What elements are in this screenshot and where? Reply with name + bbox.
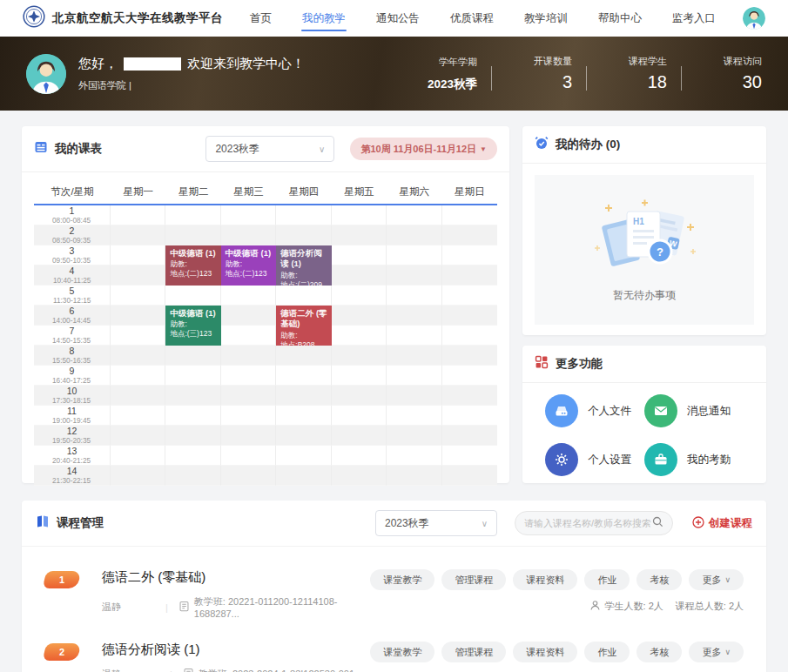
- grid-icon: [535, 355, 549, 373]
- banner-avatar: [26, 54, 66, 94]
- more-actions-button[interactable]: 更多∨: [689, 569, 744, 590]
- user-avatar[interactable]: [743, 7, 765, 30]
- period-cell: 410:40-11:25: [34, 265, 111, 286]
- course-block[interactable]: 德语二外 (零基础)助教:地点:B208: [276, 306, 331, 346]
- day-cell: [387, 406, 441, 426]
- more-function-item[interactable]: 个人文件: [545, 394, 644, 427]
- day-cell: [276, 366, 331, 386]
- document-icon: [183, 668, 194, 672]
- nav-item[interactable]: 监考入口: [671, 0, 717, 37]
- redacted-name-block: [124, 57, 181, 71]
- day-cell: [332, 326, 387, 346]
- more-function-item[interactable]: 消息通知: [644, 394, 744, 427]
- day-cell: [442, 386, 497, 406]
- timetable-grid: 节次/星期星期一星期二星期三星期四星期五星期六星期日108:00-08:4520…: [34, 179, 497, 486]
- gear-icon: [545, 443, 578, 476]
- more-actions-button[interactable]: 更多∨: [689, 642, 744, 662]
- day-cell: [221, 446, 276, 466]
- nav-item[interactable]: 帮助中心: [597, 0, 643, 37]
- welcome-banner: 您好， 欢迎来到教学中心！ 外国语学院 | 学年学期 2023秋季 开课数量 3…: [0, 37, 788, 111]
- day-cell: [165, 406, 220, 426]
- mail-icon: [644, 394, 677, 427]
- action-button[interactable]: 课堂教学: [370, 569, 434, 590]
- course-students: 学生人数: 2人: [605, 600, 663, 613]
- stat-label: 学年学期: [411, 56, 477, 69]
- action-button[interactable]: 作业: [584, 569, 630, 590]
- day-cell: [276, 406, 331, 426]
- create-course-button[interactable]: 创建课程: [692, 516, 752, 531]
- nav-item[interactable]: 我的教学: [301, 0, 347, 37]
- day-cell: [165, 286, 220, 306]
- week-badge[interactable]: 第10周 11月06日-11月12日 ▼: [350, 138, 497, 160]
- stat-separator: [491, 66, 492, 91]
- action-button[interactable]: 管理课程: [441, 642, 506, 662]
- more-functions-card: 更多功能 个人文件 消息通知 个人设置 我的考勤: [522, 346, 766, 483]
- more-function-item[interactable]: 个人设置: [545, 443, 644, 476]
- courses-term-select[interactable]: 2023秋季 ∨: [375, 510, 497, 536]
- period-cell: 614:00-14:45: [34, 306, 111, 326]
- day-cell: [442, 306, 497, 326]
- period-cell: 511:30-12:15: [34, 286, 111, 306]
- day-cell: [276, 346, 331, 366]
- more-function-item[interactable]: 我的考勤: [644, 443, 744, 476]
- chevron-down-icon: ∨: [724, 575, 731, 584]
- plus-circle-icon: [692, 516, 704, 531]
- action-button[interactable]: 考核: [636, 569, 682, 590]
- day-cell: [165, 386, 220, 406]
- nav-item[interactable]: 优质课程: [449, 0, 495, 37]
- book-icon: [36, 514, 50, 532]
- stat-value: 18: [601, 72, 667, 92]
- day-cell: [332, 366, 387, 386]
- day-cell: [332, 205, 387, 225]
- action-button[interactable]: 管理课程: [441, 569, 506, 590]
- period-cell: 208:50-09:35: [34, 225, 111, 245]
- more-function-label: 我的考勤: [687, 453, 731, 467]
- action-button[interactable]: 课程资料: [513, 569, 577, 590]
- course-actions: 课堂教学管理课程课程资料作业考核更多∨: [370, 642, 744, 662]
- nav-item[interactable]: 教学培训: [523, 0, 569, 37]
- course-class-code: 教学班: 20221-011200-12114108-1688287...: [194, 595, 371, 619]
- more-grid: 个人文件 消息通知 个人设置 我的考勤: [522, 383, 766, 483]
- day-cell: [276, 466, 331, 486]
- column-header: 星期六: [387, 179, 441, 205]
- svg-text:H1: H1: [633, 217, 644, 226]
- banner-stats: 学年学期 2023秋季 开课数量 3 课程学生 18 课程访问 30: [411, 55, 762, 92]
- day-cell: [111, 386, 165, 406]
- action-button[interactable]: 作业: [584, 642, 630, 662]
- course-block[interactable]: 中级德语 (1)助教:地点:(二)123: [165, 245, 220, 286]
- period-cell: 1219:50-20:35: [34, 426, 111, 446]
- nav-item[interactable]: 首页: [249, 0, 273, 37]
- course-block[interactable]: 德语分析阅读 (1)助教:地点:(二)209: [276, 245, 331, 286]
- day-cell: [111, 326, 165, 346]
- day-cell: [111, 466, 165, 486]
- day-cell: [442, 346, 497, 366]
- day-cell: [387, 386, 441, 406]
- todo-title: 我的待办 (0): [556, 137, 620, 152]
- search-icon[interactable]: [652, 515, 663, 531]
- timetable-term-select[interactable]: 2023秋季 ∨: [205, 136, 334, 162]
- day-cell: [387, 326, 441, 346]
- course-block[interactable]: 中级德语 (1)助教:地点:(二)123: [221, 245, 276, 286]
- day-cell: [221, 346, 276, 366]
- todo-empty-text: 暂无待办事项: [613, 288, 676, 303]
- day-cell: [111, 245, 165, 265]
- course-search-input[interactable]: [524, 518, 652, 528]
- course-name[interactable]: 德语分析阅读 (1): [102, 642, 370, 658]
- course-name[interactable]: 德语二外 (零基础): [102, 569, 370, 586]
- day-cell: [165, 225, 220, 245]
- nav-item[interactable]: 通知公告: [375, 0, 421, 37]
- nav-menu: 首页我的教学通知公告优质课程教学培训帮助中心监考入口: [249, 0, 717, 37]
- action-button[interactable]: 考核: [636, 642, 682, 662]
- day-cell: [221, 286, 276, 306]
- day-cell: [442, 225, 497, 245]
- day-cell: [221, 225, 276, 245]
- course-block[interactable]: 中级德语 (1)助教:地点:(三)123: [165, 306, 220, 346]
- day-cell: [332, 265, 387, 286]
- column-header: 星期日: [442, 179, 497, 205]
- action-button[interactable]: 课堂教学: [370, 642, 434, 662]
- column-header: 节次/星期: [34, 179, 111, 205]
- period-cell: 1320:40-21:25: [34, 446, 111, 466]
- day-cell: [165, 446, 220, 466]
- action-button[interactable]: 课程资料: [513, 642, 577, 662]
- course-teacher: 温静: [102, 668, 170, 672]
